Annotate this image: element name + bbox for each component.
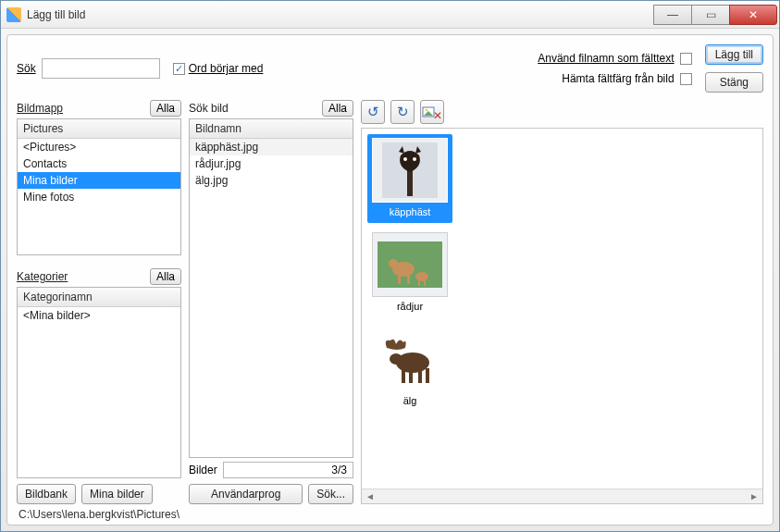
images-panel: Sök bild Alla Bildnamn käpphäst.jpg rådj…	[189, 100, 353, 478]
pick-color-checkbox[interactable]	[680, 73, 692, 85]
columns: Bildmapp Alla Pictures <Pictures> Contac…	[17, 100, 763, 504]
image-count-row: Bilder 3/3	[189, 462, 353, 478]
list-item[interactable]: rådjur.jpg	[190, 155, 353, 172]
folders-panel: Bildmapp Alla Pictures <Pictures> Contac…	[17, 100, 181, 255]
left-column: Bildmapp Alla Pictures <Pictures> Contac…	[17, 100, 181, 504]
svg-rect-18	[426, 368, 429, 383]
list-item[interactable]: Mina bilder	[18, 172, 180, 189]
image-count-value: 3/3	[223, 462, 353, 478]
svg-point-1	[426, 109, 427, 111]
list-item[interactable]: käpphäst.jpg	[190, 139, 353, 155]
thumb-toolbar: ↺ ↻ ✕	[361, 100, 763, 124]
search-input[interactable]	[42, 58, 160, 79]
rotate-left-icon[interactable]: ↺	[361, 100, 385, 124]
horizontal-scrollbar[interactable]: ◄ ►	[362, 489, 762, 503]
svg-rect-3	[407, 168, 413, 196]
folders-column-header[interactable]: Pictures	[18, 119, 180, 139]
starts-with-group[interactable]: Ord börjar med	[173, 62, 264, 75]
categories-header: Kategorier	[17, 270, 68, 283]
svg-rect-9	[407, 273, 410, 284]
use-filename-checkbox[interactable]	[680, 53, 692, 65]
dialog-content: Sök Ord börjar med Använd filnamn som fä…	[6, 34, 774, 526]
list-item[interactable]: Mine fotos	[18, 189, 180, 205]
svg-point-5	[413, 157, 416, 161]
svg-rect-15	[402, 368, 405, 383]
categories-panel: Kategorier Alla Kategorinamn <Mina bilde…	[17, 268, 181, 478]
search-label: Sök	[17, 62, 36, 75]
list-item[interactable]: älg.jpg	[190, 172, 353, 189]
thumbnails-frame: käpphäst	[361, 128, 763, 504]
svg-point-10	[389, 259, 398, 268]
thumbnail-caption: rådjur	[369, 301, 451, 312]
titlebar[interactable]: Lägg till bild — ▭ ✕	[1, 1, 779, 29]
starts-with-label: Ord börjar med	[189, 62, 264, 75]
add-button[interactable]: Lägg till	[705, 44, 763, 65]
list-item[interactable]: <Pictures>	[18, 139, 180, 155]
options-group: Använd filnamn som fälttext Hämta fältfä…	[538, 52, 691, 85]
window-chrome: Lägg till bild — ▭ ✕ Sök Ord börjar med …	[0, 0, 780, 532]
svg-rect-17	[418, 368, 422, 383]
categories-list[interactable]: Kategorinamn <Mina bilder>	[17, 287, 181, 478]
window-buttons: — ▭ ✕	[654, 5, 777, 25]
svg-rect-16	[409, 368, 413, 383]
image-count-label: Bilder	[189, 464, 217, 476]
images-column-header[interactable]: Bildnamn	[190, 119, 353, 139]
folders-all-button[interactable]: Alla	[150, 100, 181, 117]
images-header: Sök bild	[189, 102, 229, 115]
categories-column-header[interactable]: Kategorinamn	[18, 288, 180, 307]
action-buttons: Lägg till Stäng	[705, 44, 763, 93]
minimize-button[interactable]: —	[653, 5, 692, 25]
mid-bottom-buttons: Användarprog Sök...	[189, 484, 353, 504]
bildbank-button[interactable]: Bildbank	[17, 484, 76, 504]
pick-color-option[interactable]: Hämta fältfärg från bild	[562, 72, 691, 85]
svg-point-4	[403, 157, 407, 161]
right-column: ↺ ↻ ✕	[361, 100, 763, 504]
thumbnail-item[interactable]: käpphäst	[367, 134, 452, 223]
thumbnail-caption: käpphäst	[369, 206, 451, 217]
categories-all-button[interactable]: Alla	[150, 268, 181, 285]
thumbnail-caption: älg	[369, 395, 451, 406]
folders-header: Bildmapp	[17, 102, 63, 115]
list-item[interactable]: Contacts	[18, 155, 180, 172]
maximize-button[interactable]: ▭	[691, 5, 730, 25]
use-filename-option[interactable]: Använd filnamn som fälttext	[538, 52, 691, 65]
svg-point-11	[415, 272, 428, 281]
images-all-button[interactable]: Alla	[322, 100, 353, 117]
rotate-right-icon[interactable]: ↻	[390, 100, 415, 124]
scroll-right-icon[interactable]: ►	[749, 491, 759, 501]
app-icon	[6, 7, 21, 22]
delete-image-icon[interactable]: ✕	[420, 100, 444, 124]
top-row: Sök Ord börjar med Använd filnamn som fä…	[17, 44, 763, 93]
use-filename-label: Använd filnamn som fälttext	[538, 52, 674, 65]
svg-rect-12	[418, 278, 420, 286]
mina-bilder-button[interactable]: Mina bilder	[81, 484, 153, 504]
thumbnail-item[interactable]: älg	[367, 323, 452, 412]
sok-button[interactable]: Sök...	[308, 484, 353, 504]
images-list[interactable]: Bildnamn käpphäst.jpg rådjur.jpg älg.jpg	[189, 118, 353, 458]
thumbnail-image	[372, 232, 448, 297]
thumbnail-item[interactable]: rådjur	[367, 229, 452, 317]
thumbnails[interactable]: käpphäst	[362, 129, 762, 489]
svg-point-19	[390, 353, 402, 365]
thumbnail-image	[372, 327, 448, 391]
status-bar: C:\Users\lena.bergkvist\Pictures\	[17, 506, 763, 521]
close-dialog-button[interactable]: Stäng	[705, 72, 763, 93]
list-item[interactable]: <Mina bilder>	[18, 307, 180, 324]
starts-with-checkbox[interactable]	[173, 63, 185, 75]
middle-column: Sök bild Alla Bildnamn käpphäst.jpg rådj…	[189, 100, 353, 504]
anvandarprog-button[interactable]: Användarprog	[189, 484, 303, 504]
pick-color-label: Hämta fältfärg från bild	[562, 72, 674, 85]
thumbnail-image	[372, 138, 448, 203]
left-bottom-buttons: Bildbank Mina bilder	[17, 484, 181, 504]
svg-rect-8	[398, 273, 401, 284]
folders-list[interactable]: Pictures <Pictures> Contacts Mina bilder…	[17, 118, 181, 255]
svg-rect-13	[424, 278, 426, 286]
close-button[interactable]: ✕	[729, 5, 777, 25]
search-group: Sök Ord börjar med	[17, 58, 263, 79]
scroll-left-icon[interactable]: ◄	[365, 491, 375, 501]
window-title: Lägg till bild	[27, 8, 654, 21]
